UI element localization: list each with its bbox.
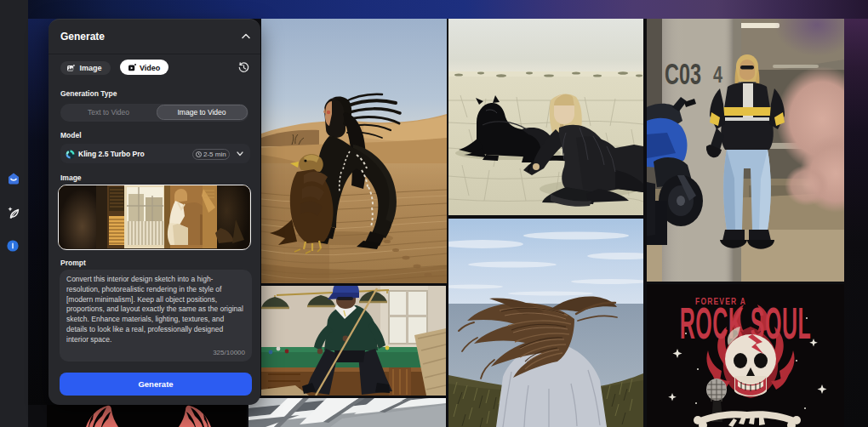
svg-text:C03: C03	[665, 57, 701, 90]
svg-text:4: 4	[713, 61, 723, 88]
